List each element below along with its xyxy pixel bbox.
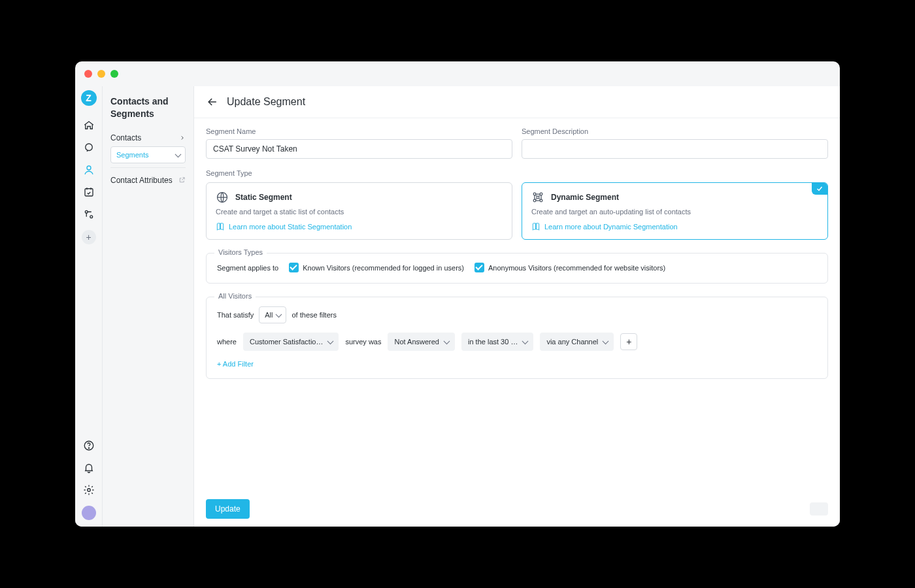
filter-condition-chip[interactable]: Not Answered <box>388 333 454 351</box>
chat-icon[interactable] <box>82 141 95 154</box>
where-label: where <box>217 338 237 346</box>
learn-static-link[interactable]: Learn more about Static Segmentation <box>216 222 503 231</box>
segment-type-label: Segment Type <box>206 169 828 177</box>
all-visitors-fieldset: All Visitors That satisfy All of these f… <box>206 297 828 379</box>
filter-attribute-chip[interactable]: Customer Satisfactio… <box>243 333 339 351</box>
nav-rail: Z + <box>75 86 103 527</box>
svg-rect-2 <box>85 189 93 196</box>
card-desc: Create and target an auto-updating list … <box>531 208 818 216</box>
mac-titlebar <box>75 61 840 86</box>
svg-point-11 <box>533 199 536 202</box>
segment-name-label: Segment Name <box>206 127 512 135</box>
back-button[interactable] <box>206 95 219 108</box>
sidebar-item-contact-attributes[interactable]: Contact Attributes <box>110 172 186 189</box>
add-condition-button[interactable]: + <box>620 333 637 350</box>
sidebar-item-label: Contacts <box>110 133 141 142</box>
page-header: Update Segment <box>194 86 840 118</box>
svg-point-3 <box>85 210 88 213</box>
window-minimize-dot[interactable] <box>97 70 105 78</box>
known-visitors-checkbox[interactable] <box>289 263 299 272</box>
anonymous-visitors-label: Anonymous Visitors (recommended for webs… <box>488 264 665 272</box>
sidebar-item-label: Segments <box>116 151 149 159</box>
anonymous-visitors-checkbox[interactable] <box>474 263 484 272</box>
add-filter-link[interactable]: + Add Filter <box>217 360 817 368</box>
segment-type-static-card[interactable]: Static Segment Create and target a stati… <box>206 182 512 240</box>
svg-point-1 <box>87 166 91 170</box>
settings-icon[interactable] <box>82 483 95 497</box>
satisfy-post: of these filters <box>291 311 336 319</box>
globe-icon <box>216 191 229 204</box>
sidebar-separator <box>110 167 186 168</box>
selected-check-icon <box>812 183 827 195</box>
satisfy-pre: That satisfy <box>217 311 254 319</box>
window-close-dot[interactable] <box>84 70 92 78</box>
user-avatar[interactable] <box>82 506 96 520</box>
segment-name-input[interactable] <box>206 139 512 159</box>
app-logo[interactable]: Z <box>81 90 97 106</box>
window-zoom-dot[interactable] <box>110 70 118 78</box>
filter-line: where Customer Satisfactio… survey was N… <box>217 333 817 351</box>
card-desc: Create and target a static list of conta… <box>216 208 503 216</box>
bell-icon[interactable] <box>82 461 95 474</box>
segment-desc-input[interactable] <box>522 139 828 159</box>
learn-dynamic-link[interactable]: Learn more about Dynamic Segmentation <box>531 222 818 231</box>
svg-point-6 <box>88 448 89 448</box>
known-visitors-label: Known Visitors (recommended for logged i… <box>303 264 464 272</box>
main-panel: Update Segment Segment Name Segment Desc… <box>194 86 840 527</box>
add-button[interactable]: + <box>82 230 96 244</box>
visitors-types-fieldset: Visitors Types Segment applies to Known … <box>206 253 828 284</box>
card-title: Static Segment <box>235 193 292 202</box>
sidebar-item-segments[interactable]: Segments <box>110 146 186 163</box>
page-title: Update Segment <box>227 96 305 108</box>
svg-point-9 <box>533 193 536 195</box>
svg-point-13 <box>537 196 539 199</box>
help-icon[interactable] <box>82 439 95 452</box>
secondary-sidebar: Contacts and Segments Contacts Segments … <box>103 86 194 527</box>
all-visitors-legend: All Visitors <box>214 292 256 300</box>
svg-point-12 <box>540 199 542 202</box>
calendar-check-icon[interactable] <box>82 186 95 199</box>
content-area: Segment Name Segment Description Segment… <box>194 118 840 491</box>
mid-label: survey was <box>345 338 381 346</box>
book-icon <box>216 222 225 231</box>
visitors-legend: Visitors Types <box>214 248 267 256</box>
sidebar-item-label: Contact Attributes <box>110 176 173 185</box>
known-visitors-option[interactable]: Known Visitors (recommended for logged i… <box>289 263 464 272</box>
sidebar-item-contacts[interactable]: Contacts <box>110 129 186 146</box>
home-icon[interactable] <box>82 119 95 132</box>
segment-desc-label: Segment Description <box>522 127 828 135</box>
anonymous-visitors-option[interactable]: Anonymous Visitors (recommended for webs… <box>474 263 665 272</box>
chevron-right-icon <box>179 135 186 141</box>
update-button[interactable]: Update <box>206 499 250 519</box>
footer-ghost <box>810 502 828 515</box>
svg-point-10 <box>540 193 542 195</box>
filter-time-chip[interactable]: in the last 30 … <box>461 333 533 351</box>
contacts-icon[interactable] <box>82 163 95 176</box>
svg-point-4 <box>90 216 92 218</box>
book-icon <box>531 222 541 231</box>
satisfy-select[interactable]: All <box>259 306 286 323</box>
filter-channel-chip[interactable]: via any Channel <box>540 333 614 351</box>
network-icon <box>531 191 544 204</box>
applies-to-label: Segment applies to <box>217 264 278 272</box>
automation-icon[interactable] <box>82 208 95 221</box>
footer-bar: Update <box>194 491 840 527</box>
sidebar-title: Contacts and Segments <box>110 95 186 120</box>
segment-type-dynamic-card[interactable]: Dynamic Segment Create and target an aut… <box>522 182 828 240</box>
external-link-icon <box>178 176 186 184</box>
app-window: Z + <box>75 61 840 527</box>
card-title: Dynamic Segment <box>551 193 619 202</box>
svg-point-7 <box>87 489 90 492</box>
